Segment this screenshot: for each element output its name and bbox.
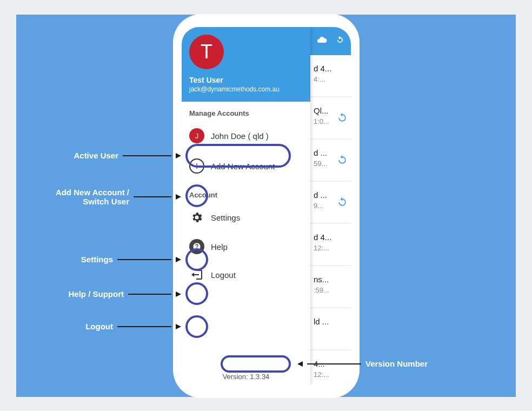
diagram-canvas: d 4...4:... Ql...1:0... d ...59... d ...… xyxy=(16,15,516,397)
list-item[interactable]: d ...9... xyxy=(310,182,351,224)
list-item[interactable]: Ql...1:0... xyxy=(310,97,351,140)
phone-frame: d 4...4:... Ql...1:0... d ...59... d ...… xyxy=(178,19,354,393)
callout-active-user: Active User xyxy=(38,151,181,160)
callout-help: Help / Support xyxy=(38,289,181,299)
list-item[interactable]: d 4...12:... xyxy=(310,224,351,266)
phone-screen: d 4...4:... Ql...1:0... d ...59... d ...… xyxy=(182,27,351,385)
refresh-icon[interactable] xyxy=(337,197,348,209)
active-user-item[interactable]: J John Doe ( qld ) xyxy=(182,121,310,151)
callout-logout: Logout xyxy=(38,322,181,331)
callout-label: Logout xyxy=(85,322,113,331)
logout-item[interactable]: Logout xyxy=(182,261,310,289)
refresh-icon[interactable] xyxy=(335,35,345,48)
callout-label: Help / Support xyxy=(69,289,124,299)
callout-label: Version Number xyxy=(365,359,428,368)
version-label: Version: 1.3.34 xyxy=(182,369,310,385)
callout-label: Active User xyxy=(74,151,118,160)
section-title-account: Account xyxy=(182,181,310,202)
navigation-drawer: T Test User jack@dynamicmethods.com.au M… xyxy=(182,27,310,385)
callout-add-account: Add New Account / Switch User xyxy=(27,188,181,206)
phone-side-button xyxy=(354,107,358,141)
callout-version: Version Number xyxy=(297,359,428,368)
drawer-header: T Test User jack@dynamicmethods.com.au xyxy=(182,27,310,102)
list-item[interactable]: ld ... xyxy=(310,308,351,350)
settings-label: Settings xyxy=(211,213,240,222)
help-label: Help xyxy=(211,242,228,251)
user-name: Test User xyxy=(189,76,303,84)
help-item[interactable]: Help xyxy=(182,233,310,261)
list-item[interactable]: d 4...4:... xyxy=(310,55,351,97)
section-title-manage: Manage Accounts xyxy=(182,102,310,121)
refresh-icon[interactable] xyxy=(337,155,348,167)
callout-label: Settings xyxy=(81,255,113,264)
refresh-icon[interactable] xyxy=(337,112,348,125)
logout-label: Logout xyxy=(211,270,236,280)
callout-settings: Settings xyxy=(38,255,181,264)
list-item[interactable]: ns...:59... xyxy=(310,266,351,308)
logout-icon xyxy=(189,267,204,282)
callout-label: Add New Account / Switch User xyxy=(56,188,129,206)
active-user-label: John Doe ( qld ) xyxy=(211,131,269,141)
list-item[interactable]: d ...59... xyxy=(310,140,351,182)
help-icon xyxy=(189,239,204,254)
settings-item[interactable]: Settings xyxy=(182,202,310,233)
plus-icon xyxy=(189,158,204,174)
gear-icon xyxy=(189,210,204,225)
background-list: d 4...4:... Ql...1:0... d ...59... d ...… xyxy=(310,55,351,385)
add-account-label: Add New Account xyxy=(211,162,275,171)
user-avatar: T xyxy=(189,35,224,69)
cloud-icon[interactable] xyxy=(316,35,327,48)
user-email: jack@dynamicmethods.com.au xyxy=(189,85,303,93)
add-account-item[interactable]: Add New Account xyxy=(182,151,310,181)
user-initial-icon: J xyxy=(189,128,204,143)
